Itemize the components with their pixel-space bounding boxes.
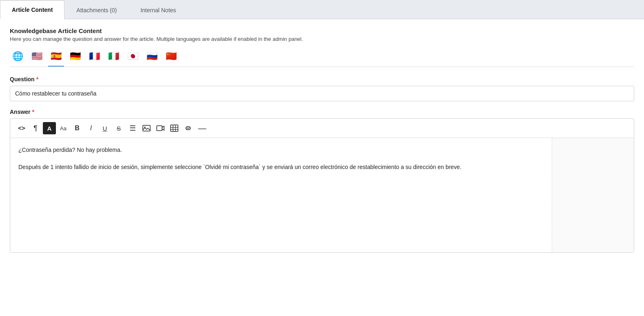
toolbar-hr-btn[interactable]: —: [195, 122, 209, 134]
tab-internal-notes[interactable]: Internal Notes: [129, 1, 188, 19]
question-section: Question*: [10, 76, 634, 101]
flag-de[interactable]: 🇩🇪: [67, 49, 83, 63]
question-required-star: *: [36, 76, 38, 82]
editor-body: ¿Contraseña perdida? No hay problema. De…: [10, 138, 634, 252]
toolbar-italic-btn[interactable]: I: [84, 122, 98, 134]
flag-globe[interactable]: 🌐: [10, 49, 26, 63]
content-area: Knowledgebase Article Content Here you c…: [0, 19, 644, 261]
tab-attachments[interactable]: Attachments (0): [64, 1, 129, 19]
toolbar-strikethrough-btn[interactable]: S: [112, 122, 125, 134]
answer-required-star: *: [32, 109, 34, 115]
question-label: Question*: [10, 76, 634, 82]
toolbar-text-format-btn[interactable]: A: [43, 122, 56, 134]
toolbar-list-btn[interactable]: ☰: [126, 122, 139, 134]
flag-ru[interactable]: 🇷🇺: [144, 49, 160, 63]
tab-article-content[interactable]: Article Content: [0, 0, 64, 19]
svg-rect-0: [143, 125, 150, 131]
answer-para-1: ¿Contraseña perdida? No hay problema.: [18, 145, 544, 154]
toolbar-bold-btn[interactable]: B: [71, 122, 84, 134]
svg-rect-2: [157, 126, 162, 131]
editor-wrapper: <> ¶ A Aa B I U S ☰: [10, 118, 634, 253]
svg-rect-3: [171, 125, 178, 131]
toolbar-video-btn[interactable]: [154, 122, 167, 134]
flag-us[interactable]: 🇺🇸: [29, 49, 45, 63]
editor-toolbar: <> ¶ A Aa B I U S ☰: [10, 119, 634, 138]
question-input[interactable]: [10, 86, 634, 101]
toolbar-link-btn[interactable]: [182, 122, 195, 134]
toolbar-image-btn[interactable]: [140, 122, 153, 134]
answer-para-2: Después de 1 intento fallido de inicio d…: [18, 162, 544, 171]
toolbar-font-size-btn[interactable]: Aa: [57, 122, 70, 134]
flag-es[interactable]: 🇪🇸: [48, 49, 64, 63]
section-heading: Knowledgebase Article Content: [10, 27, 634, 34]
flag-cn[interactable]: 🇨🇳: [163, 49, 179, 63]
flag-jp[interactable]: 🇯🇵: [125, 49, 141, 63]
toolbar-code-btn[interactable]: <>: [15, 122, 28, 134]
editor-sidebar: [552, 138, 634, 252]
flags-row: 🌐 🇺🇸 🇪🇸 🇩🇪 🇫🇷 🇮🇹 🇯🇵 🇷🇺 🇨🇳: [10, 49, 634, 67]
toolbar-table-btn[interactable]: [168, 122, 181, 134]
section-description: Here you can manage the question and ans…: [10, 36, 634, 42]
flag-fr[interactable]: 🇫🇷: [87, 49, 102, 63]
flag-it[interactable]: 🇮🇹: [106, 49, 122, 63]
toolbar-underline-btn[interactable]: U: [98, 122, 111, 134]
tabs-bar: Article Content Attachments (0) Internal…: [0, 0, 644, 19]
toolbar-paragraph-btn[interactable]: ¶: [29, 122, 42, 134]
editor-content[interactable]: ¿Contraseña perdida? No hay problema. De…: [10, 138, 552, 252]
answer-section: Answer* <> ¶ A Aa B I U S ☰: [10, 109, 634, 253]
answer-label: Answer*: [10, 109, 634, 115]
